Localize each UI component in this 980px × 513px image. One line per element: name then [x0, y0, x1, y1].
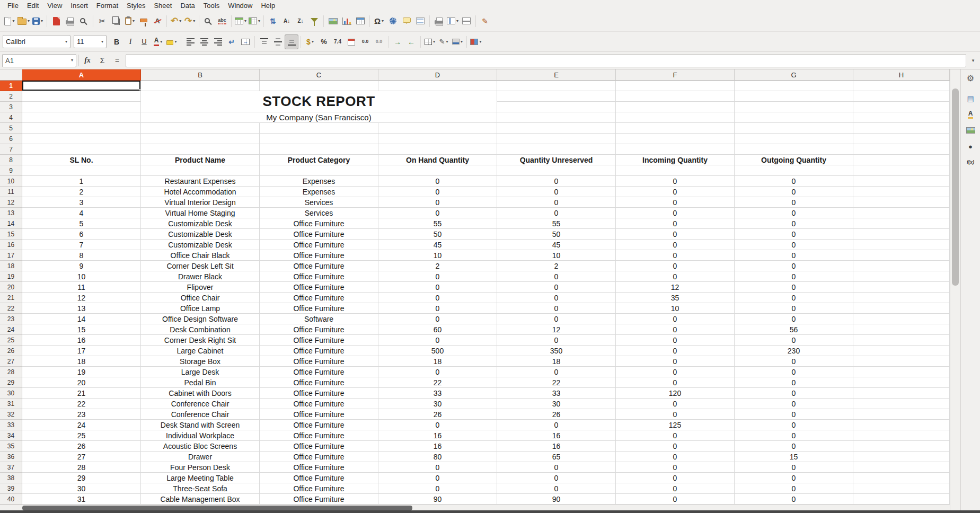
cell-G24[interactable]: 56 — [735, 324, 853, 335]
cell-B24[interactable]: Desk Combination — [141, 324, 260, 335]
cell-E27[interactable]: 18 — [497, 356, 616, 367]
row-header-19[interactable]: 19 — [0, 271, 22, 282]
cell-F40[interactable]: 0 — [616, 494, 735, 505]
cell-H12[interactable] — [853, 197, 950, 208]
cell-A7[interactable] — [22, 144, 141, 155]
cell-E3[interactable] — [497, 102, 616, 112]
cell-A23[interactable]: 14 — [22, 314, 141, 324]
cell-B34[interactable]: Individual Workplace — [141, 430, 260, 441]
cell-A28[interactable]: 19 — [22, 367, 141, 377]
row-header-7[interactable]: 7 — [0, 144, 22, 155]
cell-G13[interactable]: 0 — [735, 208, 853, 218]
insert-row-button[interactable]: ▾ — [234, 14, 248, 29]
menu-sheet[interactable]: Sheet — [149, 1, 176, 10]
cell-F3[interactable] — [616, 102, 735, 112]
cell-B37[interactable]: Four Person Desk — [141, 462, 260, 473]
cell-G21[interactable]: 0 — [735, 293, 853, 303]
row-header-35[interactable]: 35 — [0, 441, 22, 452]
cell-E28[interactable]: 0 — [497, 367, 616, 377]
underline-button[interactable]: U — [137, 34, 151, 49]
cell-D12[interactable]: 0 — [378, 197, 497, 208]
cell-G5[interactable] — [735, 123, 853, 134]
cell-G25[interactable]: 0 — [735, 335, 853, 346]
cell-D22[interactable]: 0 — [378, 303, 497, 314]
cell-C22[interactable]: Office Furniture — [260, 303, 378, 314]
cell-C31[interactable]: Office Furniture — [260, 399, 378, 409]
cell-H9[interactable] — [853, 165, 950, 176]
cell-E21[interactable]: 0 — [497, 293, 616, 303]
cell-D32[interactable]: 26 — [378, 409, 497, 420]
menu-format[interactable]: Format — [92, 1, 122, 10]
cell-A3[interactable] — [22, 102, 141, 112]
cell-E32[interactable]: 26 — [497, 409, 616, 420]
cell-A6[interactable] — [22, 134, 141, 144]
column-header-C[interactable]: C — [260, 69, 378, 81]
cell-G38[interactable]: 0 — [735, 473, 853, 483]
insert-chart-button[interactable] — [340, 14, 354, 29]
cell-A4[interactable] — [22, 112, 141, 123]
cell-E34[interactable]: 16 — [497, 430, 616, 441]
cell-H6[interactable] — [853, 134, 950, 144]
copy-button[interactable] — [109, 14, 123, 29]
cell-G26[interactable]: 230 — [735, 346, 853, 356]
cell-G15[interactable]: 0 — [735, 229, 853, 240]
cell-C13[interactable]: Services — [260, 208, 378, 218]
cell-F37[interactable]: 0 — [616, 462, 735, 473]
cell-H38[interactable] — [853, 473, 950, 483]
gallery-button[interactable] — [963, 123, 978, 137]
cell-B7[interactable] — [141, 144, 260, 155]
cell-C34[interactable]: Office Furniture — [260, 430, 378, 441]
cell-D14[interactable]: 55 — [378, 218, 497, 229]
cell-G17[interactable]: 0 — [735, 250, 853, 261]
row-header-4[interactable]: 4 — [0, 112, 22, 123]
cell-A32[interactable]: 23 — [22, 409, 141, 420]
cell-B30[interactable]: Cabinet with Doors — [141, 388, 260, 399]
cell-E7[interactable] — [497, 144, 616, 155]
row-header-20[interactable]: 20 — [0, 282, 22, 293]
horizontal-scrollbar-thumb[interactable] — [22, 506, 412, 510]
select-function-button[interactable]: Σ — [96, 54, 109, 67]
cell-B39[interactable]: Three-Seat Sofa — [141, 483, 260, 494]
increase-indent-button[interactable]: → — [391, 34, 404, 49]
cell-G27[interactable]: 0 — [735, 356, 853, 367]
cell-B4[interactable]: My Company (San Francisco) — [141, 112, 497, 123]
cell-F14[interactable]: 0 — [616, 218, 735, 229]
cell-C23[interactable]: Software — [260, 314, 378, 324]
cell-H8[interactable] — [853, 155, 950, 165]
cell-B33[interactable]: Desk Stand with Screen — [141, 420, 260, 430]
column-header-F[interactable]: F — [616, 69, 735, 81]
cell-D19[interactable]: 0 — [378, 271, 497, 282]
cell-B17[interactable]: Office Chair Black — [141, 250, 260, 261]
insert-image-button[interactable] — [326, 14, 340, 29]
row-header-31[interactable]: 31 — [0, 399, 22, 409]
cell-H39[interactable] — [853, 483, 950, 494]
cell-C16[interactable]: Office Furniture — [260, 240, 378, 250]
font-name-combo[interactable]: Calibri ▾ — [3, 35, 70, 48]
cell-C8[interactable]: Product Category — [260, 155, 378, 165]
cell-G12[interactable]: 0 — [735, 197, 853, 208]
decrease-indent-button[interactable]: ← — [404, 34, 418, 49]
cell-E33[interactable]: 0 — [497, 420, 616, 430]
cell-A27[interactable]: 18 — [22, 356, 141, 367]
cell-G39[interactable]: 0 — [735, 483, 853, 494]
cell-B35[interactable]: Acoustic Bloc Screens — [141, 441, 260, 452]
cell-H14[interactable] — [853, 218, 950, 229]
cell-B9[interactable] — [141, 165, 260, 176]
chevron-down-icon[interactable]: ▾ — [65, 40, 67, 44]
row-header-9[interactable]: 9 — [0, 165, 22, 176]
hyperlink-button[interactable] — [386, 14, 400, 29]
cell-E16[interactable]: 45 — [497, 240, 616, 250]
print-area-button[interactable] — [432, 14, 446, 29]
name-box[interactable]: A1 ▾ — [2, 54, 76, 67]
cell-F34[interactable]: 0 — [616, 430, 735, 441]
cell-F28[interactable]: 0 — [616, 367, 735, 377]
delete-decimal-button[interactable]: 0.0 — [372, 34, 386, 49]
cell-G2[interactable] — [735, 91, 853, 102]
cell-F9[interactable] — [616, 165, 735, 176]
cell-G34[interactable]: 0 — [735, 430, 853, 441]
font-size-combo[interactable]: 11 ▾ — [74, 35, 107, 48]
cell-H21[interactable] — [853, 293, 950, 303]
cell-B13[interactable]: Virtual Home Staging — [141, 208, 260, 218]
cell-E24[interactable]: 12 — [497, 324, 616, 335]
cell-B14[interactable]: Customizable Desk — [141, 218, 260, 229]
